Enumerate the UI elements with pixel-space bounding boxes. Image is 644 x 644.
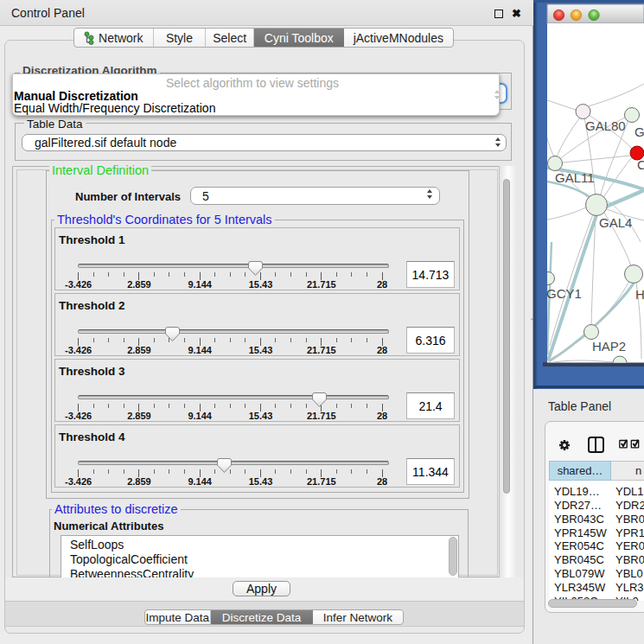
svg-text:GAL4: GAL4	[599, 215, 632, 230]
svg-text:C: C	[637, 157, 644, 172]
svg-text:H: H	[635, 287, 644, 302]
svg-text:G.: G.	[634, 124, 644, 139]
svg-text:HAP2: HAP2	[592, 339, 626, 354]
svg-text:GAL80: GAL80	[585, 118, 626, 133]
svg-text:GAL11: GAL11	[555, 170, 595, 185]
svg-text:GCY1: GCY1	[546, 286, 582, 301]
